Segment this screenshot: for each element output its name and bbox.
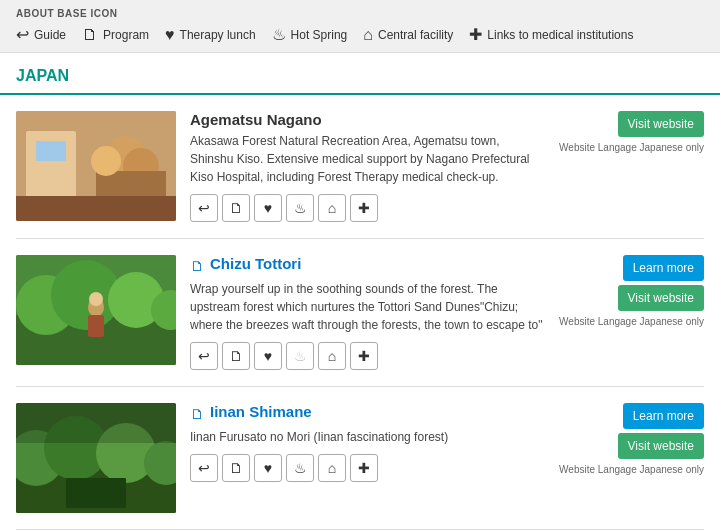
links-icon: ✚ bbox=[469, 25, 482, 44]
facility-desc-agematsu: Akasawa Forest Natural Recreation Area, … bbox=[190, 132, 545, 186]
iinan-image bbox=[16, 403, 176, 513]
icon-hotspring-iinan: ♨ bbox=[286, 454, 314, 482]
icon-links: ✚ bbox=[350, 194, 378, 222]
svg-rect-2 bbox=[36, 141, 66, 161]
icon-program-chizu: 🗋 bbox=[222, 342, 250, 370]
facility-name-agematsu: Agematsu Nagano bbox=[190, 111, 545, 128]
icon-links-iinan: ✚ bbox=[350, 454, 378, 482]
facility-name-chizu[interactable]: Chizu Tottori bbox=[210, 255, 301, 272]
guide-icon: ↩ bbox=[16, 25, 29, 44]
icon-legend: ↩ Guide 🗋 Program ♥ Therapy lunch ♨ Hot … bbox=[16, 25, 704, 44]
visit-website-button-chizu[interactable]: Visit website bbox=[618, 285, 704, 311]
doc-icon-iinan: 🗋 bbox=[190, 406, 204, 422]
icon-therapy-chizu: ♥ bbox=[254, 342, 282, 370]
doc-icon-chizu: 🗋 bbox=[190, 258, 204, 274]
svg-rect-23 bbox=[66, 478, 126, 508]
icon-guide-iinan: ↩ bbox=[190, 454, 218, 482]
legend-program-label: Program bbox=[103, 28, 149, 42]
facility-icons-iinan: ↩ 🗋 ♥ ♨ ⌂ ✚ bbox=[190, 454, 545, 482]
facility-item-chizu: 🗋 Chizu Tottori Wrap yourself up in the … bbox=[16, 239, 704, 387]
facility-icons-agematsu: ↩ 🗋 ♥ ♨ ⌂ ✚ bbox=[190, 194, 545, 222]
legend-guide: ↩ Guide bbox=[16, 25, 66, 44]
facility-desc-iinan: Iinan Furusato no Mori (Iinan fascinatio… bbox=[190, 428, 545, 446]
facility-thumb-iinan bbox=[16, 403, 176, 513]
facility-thumb-agematsu bbox=[16, 111, 176, 221]
svg-point-16 bbox=[89, 292, 103, 306]
icon-hotspring-chizu: ♨ bbox=[286, 342, 314, 370]
icon-therapy-iinan: ♥ bbox=[254, 454, 282, 482]
facility-desc-chizu: Wrap yourself up in the soothing sounds … bbox=[190, 280, 545, 334]
icon-links-chizu: ✚ bbox=[350, 342, 378, 370]
legend-therapy: ♥ Therapy lunch bbox=[165, 26, 256, 44]
legend-program: 🗋 Program bbox=[82, 26, 149, 44]
facility-list: Agematsu Nagano Akasawa Forest Natural R… bbox=[0, 95, 720, 530]
facility-name-iinan[interactable]: Iinan Shimane bbox=[210, 403, 312, 420]
facility-content-chizu: 🗋 Chizu Tottori Wrap yourself up in the … bbox=[190, 255, 545, 370]
icon-guide: ↩ bbox=[190, 194, 218, 222]
facility-item-iinan: 🗋 Iinan Shimane Iinan Furusato no Mori (… bbox=[16, 387, 704, 530]
legend-hotspring-label: Hot Spring bbox=[291, 28, 348, 42]
lang-note-agematsu: Website Langage Japanese only bbox=[559, 141, 704, 155]
icon-program: 🗋 bbox=[222, 194, 250, 222]
facility-name-row-iinan: 🗋 Iinan Shimane bbox=[190, 403, 545, 424]
facility-content-iinan: 🗋 Iinan Shimane Iinan Furusato no Mori (… bbox=[190, 403, 545, 482]
legend-links: ✚ Links to medical institutions bbox=[469, 25, 633, 44]
svg-point-6 bbox=[91, 146, 121, 176]
visit-website-button-iinan[interactable]: Visit website bbox=[618, 433, 704, 459]
section-title: JAPAN bbox=[0, 53, 720, 95]
icon-central-iinan: ⌂ bbox=[318, 454, 346, 482]
legend-central-label: Central facility bbox=[378, 28, 453, 42]
therapy-icon: ♥ bbox=[165, 26, 175, 44]
legend-guide-label: Guide bbox=[34, 28, 66, 42]
visit-website-button-agematsu[interactable]: Visit website bbox=[618, 111, 704, 137]
facility-actions-iinan: Learn more Visit website Website Langage… bbox=[559, 403, 704, 477]
legend-hotspring: ♨ Hot Spring bbox=[272, 25, 348, 44]
icon-program-iinan: 🗋 bbox=[222, 454, 250, 482]
hotspring-icon: ♨ bbox=[272, 25, 286, 44]
facility-actions-chizu: Learn more Visit website Website Langage… bbox=[559, 255, 704, 329]
facility-content-agematsu: Agematsu Nagano Akasawa Forest Natural R… bbox=[190, 111, 545, 222]
facility-actions-agematsu: Visit website Website Langage Japanese o… bbox=[559, 111, 704, 155]
program-icon: 🗋 bbox=[82, 26, 98, 44]
learn-more-button-chizu[interactable]: Learn more bbox=[623, 255, 704, 281]
icon-central-chizu: ⌂ bbox=[318, 342, 346, 370]
topbar: ABOUT BASE ICON ↩ Guide 🗋 Program ♥ Ther… bbox=[0, 0, 720, 53]
about-label: ABOUT BASE ICON bbox=[16, 8, 704, 19]
legend-therapy-label: Therapy lunch bbox=[180, 28, 256, 42]
facility-item-agematsu: Agematsu Nagano Akasawa Forest Natural R… bbox=[16, 95, 704, 239]
legend-links-label: Links to medical institutions bbox=[487, 28, 633, 42]
facility-thumb-chizu bbox=[16, 255, 176, 365]
chizu-image bbox=[16, 255, 176, 365]
agematsu-image bbox=[16, 111, 176, 221]
legend-central: ⌂ Central facility bbox=[363, 26, 453, 44]
lang-note-chizu: Website Langage Japanese only bbox=[559, 315, 704, 329]
lang-note-iinan: Website Langage Japanese only bbox=[559, 463, 704, 477]
central-icon: ⌂ bbox=[363, 26, 373, 44]
svg-rect-7 bbox=[16, 196, 176, 221]
icon-central: ⌂ bbox=[318, 194, 346, 222]
svg-rect-24 bbox=[16, 403, 176, 443]
icon-guide-chizu: ↩ bbox=[190, 342, 218, 370]
learn-more-button-iinan[interactable]: Learn more bbox=[623, 403, 704, 429]
icon-therapy: ♥ bbox=[254, 194, 282, 222]
svg-rect-15 bbox=[88, 315, 104, 337]
icon-hotspring: ♨ bbox=[286, 194, 314, 222]
facility-icons-chizu: ↩ 🗋 ♥ ♨ ⌂ ✚ bbox=[190, 342, 545, 370]
facility-name-row-chizu: 🗋 Chizu Tottori bbox=[190, 255, 545, 276]
